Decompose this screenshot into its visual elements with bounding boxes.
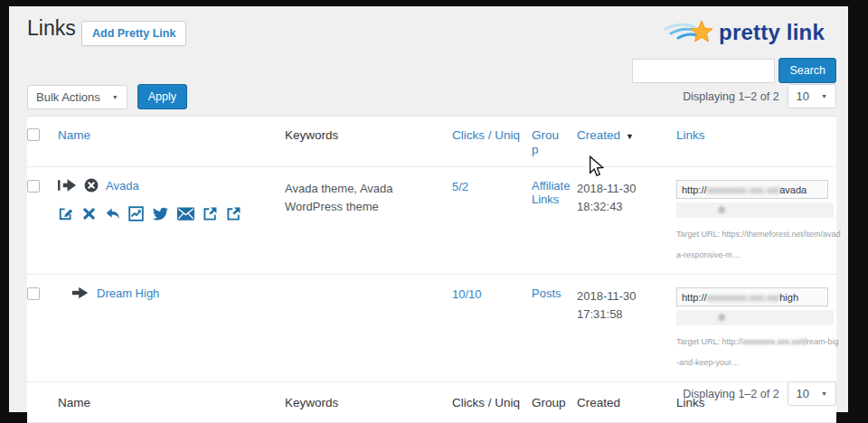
name-cell: Avada xyxy=(58,167,285,274)
name-cell: Dream High xyxy=(58,275,285,381)
column-header-name[interactable]: Name xyxy=(58,117,285,166)
column-header-links[interactable]: Links xyxy=(676,117,836,166)
select-all-checkbox[interactable] xyxy=(27,128,40,141)
pagination-bottom: Displaying 1–2 of 2 10 ▼ xyxy=(683,381,836,406)
link-name[interactable]: Dream High xyxy=(97,287,159,300)
nofollow-circle-x-icon xyxy=(84,178,99,193)
target-url: Target URL: http://xxxxxxxx.xxx.xx/dream… xyxy=(676,332,841,372)
group-link[interactable]: Posts xyxy=(532,287,561,300)
bulk-actions-row: Bulk Actions ▼ Apply xyxy=(27,84,187,109)
created-cell: 2018-11-30 17:31:58 xyxy=(577,275,676,381)
tracking-redirect-icon xyxy=(58,178,77,193)
url-prefix: http:// xyxy=(682,184,707,195)
sort-desc-icon: ▼ xyxy=(626,132,634,141)
group-cell: Posts xyxy=(532,275,577,381)
search-button[interactable]: Search xyxy=(778,58,836,83)
select-all-cell xyxy=(27,117,58,166)
bulk-actions-select[interactable]: Bulk Actions ▼ xyxy=(27,85,127,109)
pretty-url-field[interactable]: http://xxxxxxxx.xxx.xx/high xyxy=(676,287,828,306)
pagination-top: Displaying 1–2 of 2 10 ▼ xyxy=(683,84,836,108)
per-page-select[interactable]: 10 ▼ xyxy=(788,381,836,406)
keywords-cell: Avada theme, Avada WordPress theme xyxy=(285,167,452,274)
copy-strip: ✱ xyxy=(676,202,834,218)
admin-page: Links Add Pretty Link pretty link Search… xyxy=(9,6,848,412)
column-header-created[interactable]: Created▼ xyxy=(577,117,676,166)
table-header-row: Name Keywords Clicks / Uniq Group Create… xyxy=(27,117,836,167)
url-prefix: http:// xyxy=(682,292,707,303)
search-input[interactable] xyxy=(632,59,775,83)
table-row: Avada xyxy=(27,167,836,275)
footer-column-clicks: Clicks / Uniq xyxy=(452,382,532,422)
pretty-url-field[interactable]: http://xxxxxxxx.xxx.xx/avada xyxy=(676,180,828,199)
reset-icon[interactable] xyxy=(105,206,120,221)
url-suffix: avada xyxy=(779,184,807,195)
column-header-keywords: Keywords xyxy=(285,117,452,166)
external-link-icon[interactable] xyxy=(226,206,241,221)
row-actions xyxy=(58,206,279,221)
column-header-clicks[interactable]: Clicks / Uniq xyxy=(452,117,532,166)
add-pretty-link-button[interactable]: Add Pretty Link xyxy=(81,21,186,46)
link-name[interactable]: Avada xyxy=(106,179,139,193)
page-title: Links xyxy=(27,16,76,41)
links-cell: http://xxxxxxxx.xxx.xx/high ✱ Target URL… xyxy=(676,275,850,381)
chevron-down-icon: ▼ xyxy=(821,93,827,99)
stats-chart-icon[interactable] xyxy=(128,206,144,221)
clicks-cell: 5/2 xyxy=(452,167,532,274)
clicks-cell: 10/10 xyxy=(452,275,532,381)
footer-select-cell xyxy=(27,382,58,422)
footer-column-created: Created xyxy=(577,382,676,422)
row-checkbox[interactable] xyxy=(27,287,40,300)
footer-column-group: Group xyxy=(532,382,577,422)
column-header-group[interactable]: Group xyxy=(532,117,577,166)
delete-icon[interactable] xyxy=(81,206,97,221)
created-header-label: Created xyxy=(577,128,620,142)
group-link[interactable]: Affiliate Links xyxy=(532,179,570,206)
row-select-cell xyxy=(27,167,58,274)
group-cell: Affiliate Links xyxy=(532,167,577,274)
url-redacted: xxxxxxxx.xxx.xx/ xyxy=(707,292,780,303)
external-link-icon[interactable] xyxy=(203,206,218,221)
pretty-link-logo: pretty link xyxy=(664,17,825,48)
chevron-down-icon: ▼ xyxy=(821,390,827,397)
chevron-down-icon: ▼ xyxy=(112,94,118,100)
footer-column-keywords: Keywords xyxy=(285,382,452,422)
row-select-cell xyxy=(27,275,58,381)
target-redacted: xxxxxxxx.xxx.xx/d xyxy=(742,337,807,346)
url-redacted: xxxxxxxx.xxx.xx/ xyxy=(707,184,780,195)
links-cell: http://xxxxxxxx.xxx.xx/avada ✱ Target UR… xyxy=(676,167,850,274)
copy-strip: ✱ xyxy=(676,310,834,325)
copy-icon[interactable]: ✱ xyxy=(717,312,727,324)
brand-name: pretty link xyxy=(719,20,825,45)
displaying-count: Displaying 1–2 of 2 xyxy=(683,90,778,103)
clicks-link[interactable]: 5/2 xyxy=(452,180,468,193)
created-cell: 2018-11-30 18:32:43 xyxy=(577,167,676,274)
table-row: Dream High 10/10 Posts 2018-11-30 17:31:… xyxy=(27,275,836,382)
clicks-link[interactable]: 10/10 xyxy=(452,287,482,301)
copy-icon[interactable]: ✱ xyxy=(717,204,727,216)
edit-icon[interactable] xyxy=(58,206,73,221)
target-prefix: Target URL: http:// xyxy=(676,337,742,346)
bulk-actions-label: Bulk Actions xyxy=(36,90,100,104)
displaying-count: Displaying 1–2 of 2 xyxy=(683,388,778,400)
footer-column-name: Name xyxy=(58,382,285,422)
target-url: Target URL: https://themeforest.net/item… xyxy=(676,224,841,265)
row-checkbox[interactable] xyxy=(27,180,40,193)
redirect-arrow-icon xyxy=(71,286,90,300)
keywords-cell xyxy=(285,275,452,381)
url-suffix: high xyxy=(779,292,798,303)
per-page-select[interactable]: 10 ▼ xyxy=(788,84,836,108)
search-row: Search xyxy=(632,58,836,83)
email-icon[interactable] xyxy=(177,207,194,221)
per-page-value: 10 xyxy=(797,89,809,103)
per-page-value: 10 xyxy=(797,387,809,400)
twitter-icon[interactable] xyxy=(152,206,169,221)
pretty-link-star-icon xyxy=(664,17,714,48)
apply-button[interactable]: Apply xyxy=(137,84,187,109)
links-table: Name Keywords Clicks / Uniq Group Create… xyxy=(27,116,836,423)
